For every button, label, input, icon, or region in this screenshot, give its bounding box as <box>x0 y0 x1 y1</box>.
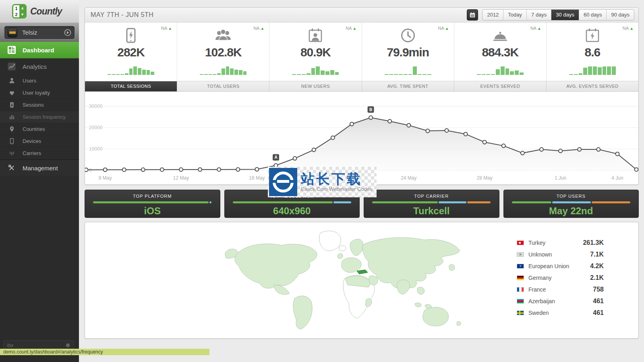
stat-card-avg-time-spent[interactable]: NA▲ 79.9min <box>362 23 454 81</box>
top-users-card[interactable]: TOP USERS May 22nd <box>503 190 639 218</box>
range-button-90-days[interactable]: 90 days <box>607 10 634 20</box>
dashboard-panel: MAY 7TH - JUN 5TH 2012Today7 days30 days… <box>85 7 639 185</box>
country-row-unknown[interactable]: ×Unknown7.1K <box>517 248 604 260</box>
world-map[interactable] <box>223 228 471 333</box>
top-carrier-card[interactable]: TOP CARRIER Turkcell <box>364 190 499 218</box>
map-country-turkey <box>357 270 368 274</box>
mini-bar <box>603 66 607 75</box>
sidebar: 142▼ Countly Telsiz Dashboard Analytics <box>0 0 79 362</box>
sidebar-item-sessions[interactable]: Sessions <box>0 99 79 111</box>
range-button-2012[interactable]: 2012 <box>482 10 503 20</box>
range-button-60-days[interactable]: 60 days <box>579 10 607 20</box>
sidebar-item-carriers[interactable]: Carriers <box>0 147 79 159</box>
country-value: 2.1K <box>590 274 604 281</box>
stat-tabs: TOTAL SESSIONSTOTAL USERSNEW USERSAVG. T… <box>85 81 638 92</box>
tab-avg-events-served[interactable]: AVG. EVENTS SERVED <box>547 81 638 91</box>
main-content: MAY 7TH - JUN 5TH 2012Today7 days30 days… <box>79 0 644 362</box>
sidebar-item-analytics[interactable]: Analytics <box>0 58 79 75</box>
mini-bar <box>389 74 393 75</box>
mini-bar <box>418 74 422 75</box>
sidebar-item-label: Sessions <box>23 102 44 108</box>
sidebar-item-session-frequency[interactable]: Session frequency <box>0 111 79 123</box>
mini-bar <box>477 74 481 75</box>
country-row-azerbaijan[interactable]: Azerbaijan461 <box>517 295 604 307</box>
country-name: France <box>528 286 593 293</box>
sidebar-item-dashboard[interactable]: Dashboard <box>0 42 79 58</box>
mini-bar <box>222 68 225 75</box>
gear-icon[interactable] <box>65 343 70 348</box>
svg-text:8 May: 8 May <box>99 175 112 181</box>
country-name: European Union <box>528 263 590 269</box>
sidebar-item-devices[interactable]: Devices <box>0 135 79 147</box>
country-value: 461 <box>593 298 604 305</box>
mini-bar <box>302 74 306 75</box>
mini-bar <box>422 74 427 75</box>
mini-bar <box>243 71 247 75</box>
stat-value: 80.9K <box>269 45 361 60</box>
country-row-france[interactable]: France758 <box>517 283 604 295</box>
country-value: 261.3K <box>583 239 604 246</box>
top-platform-card[interactable]: TOP PLATFORM iOS <box>85 190 220 218</box>
distribution-bar <box>512 201 630 203</box>
tab-new-users[interactable]: NEW USERS <box>269 81 362 91</box>
flag-icon-az <box>517 299 524 304</box>
sidebar-menu: Dashboard Analytics Users User loyalty S… <box>0 42 79 176</box>
svg-text:12 May: 12 May <box>173 175 189 181</box>
distribution-bar <box>233 201 351 203</box>
sidebar-item-management[interactable]: Management <box>0 159 79 176</box>
svg-text:B: B <box>369 108 372 112</box>
country-row-turkey[interactable]: Turkey261.3K <box>517 237 604 248</box>
mini-bar <box>209 74 212 75</box>
app-title: Countly <box>30 6 62 17</box>
mini-bar <box>399 74 403 75</box>
mini-bar <box>108 74 111 75</box>
tab-events-served[interactable]: EVENTS SERVED <box>454 81 547 91</box>
sidebar-item-user-loyalty[interactable]: User loyalty <box>0 87 79 99</box>
sidebar-item-users[interactable]: Users <box>0 75 79 87</box>
country-name: Unknown <box>528 251 590 258</box>
mini-bar-chart <box>385 64 431 75</box>
country-row-sweden[interactable]: Sweden461 <box>517 307 604 319</box>
range-button-7-days[interactable]: 7 days <box>527 10 551 20</box>
distribution-segment-green <box>233 201 333 203</box>
tab-total-sessions[interactable]: TOTAL SESSIONS <box>85 81 177 91</box>
stat-card-events-served[interactable]: NA▲ 884.3K <box>454 23 547 81</box>
stat-card-total-sessions[interactable]: NA▲ 282K <box>85 23 177 81</box>
distribution-segment-blue <box>209 201 212 203</box>
svg-text:28 May: 28 May <box>476 175 492 181</box>
distribution-segment-blue <box>439 201 467 203</box>
range-button-30-days[interactable]: 30 days <box>551 10 579 20</box>
stat-card-new-users[interactable]: NA▲ 80.9K <box>269 23 362 81</box>
change-badge: NA▲ <box>438 26 449 31</box>
stat-card-total-users[interactable]: NA▲ 102.8K <box>177 23 269 81</box>
card-value: May 22nd <box>504 205 639 217</box>
date-range-buttons: 2012Today7 days30 days60 days90 days <box>482 9 634 21</box>
sidebar-item-countries[interactable]: Countries <box>0 123 79 135</box>
mini-bar <box>230 68 234 75</box>
flag-icon-se <box>517 310 524 315</box>
app-selector-dropdown[interactable]: Telsiz <box>4 26 75 39</box>
sessions-chart[interactable]: 01000020000300008 May12 May16 May20 May2… <box>85 92 638 184</box>
svg-text:24 May: 24 May <box>401 175 416 181</box>
play-circle-icon[interactable] <box>64 29 71 36</box>
svg-text:10000: 10000 <box>89 146 103 152</box>
app-selector-label: Telsiz <box>22 29 64 36</box>
calendar-button[interactable] <box>467 9 478 21</box>
mini-bar <box>486 74 490 75</box>
country-row-european-union[interactable]: ∗European Union4.2K <box>517 260 604 272</box>
range-button-today[interactable]: Today <box>503 10 527 20</box>
stats-row: NA▲ 282K NA▲ 102.8K NA▲ <box>85 23 638 81</box>
mini-bar <box>496 69 500 75</box>
stat-card-avg-events-served[interactable]: NA▲ 8.6 <box>547 23 638 81</box>
tab-total-users[interactable]: TOTAL USERS <box>177 81 269 91</box>
mini-bar <box>491 74 495 75</box>
mini-bar <box>427 74 431 75</box>
country-row-germany[interactable]: Germany2.1K <box>517 272 604 283</box>
app-thumbnail-icon <box>8 28 17 37</box>
mini-bar <box>234 70 238 75</box>
tab-avg-time-spent[interactable]: AVG. TIME SPENT <box>362 81 454 91</box>
card-value: iOS <box>85 205 220 217</box>
mini-bar <box>413 66 417 75</box>
mini-bar <box>574 74 578 75</box>
mini-bar <box>408 74 412 75</box>
